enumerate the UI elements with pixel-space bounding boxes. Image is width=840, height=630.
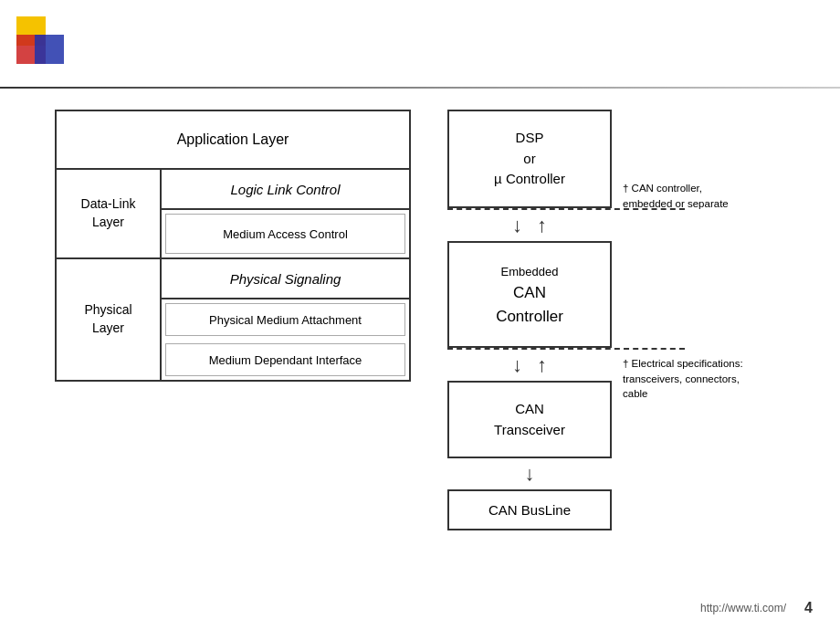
physical-signaling-label: Physical Signaling (230, 271, 341, 287)
arrow-to-busline: ↓ (447, 462, 612, 486)
physical-signaling-cell: Physical Signaling (162, 259, 409, 299)
app-layer-cell: Application Layer (57, 111, 409, 170)
medium-access-cell: Medium Access Control (165, 214, 405, 254)
can-transceiver-box: CANTransceiver (447, 381, 612, 458)
medium-dependant-label: Medium Dependant Interface (209, 353, 362, 367)
osi-table: Application Layer Data-LinkLayer Logic L… (55, 110, 411, 382)
can-controller-box: Embedded CANController (447, 241, 612, 349)
header-divider (0, 87, 840, 89)
can-controller-label: CANController (496, 284, 563, 325)
arrow-down-1: ↓ (512, 214, 522, 237)
arrow-up-1: ↑ (537, 214, 547, 237)
physical-medium-label: Physical Medium Attachment (209, 313, 362, 327)
medium-access-label: Medium Access Control (223, 227, 348, 241)
embedded-label: Embedded (501, 265, 559, 278)
arrows-2: ↓ ↑ (447, 353, 612, 377)
can-transceiver-label: CANTransceiver (494, 401, 565, 437)
dsp-box: DSPorµ Controller (447, 110, 612, 208)
physical-medium-cell: Physical Medium Attachment (165, 303, 405, 336)
note-2: † Electrical specifications: transceiver… (623, 356, 751, 402)
arrow-down-3: ↓ (525, 462, 535, 486)
note-1: † CAN controller, embedded or separate (623, 181, 751, 211)
note-2-text: † Electrical specifications: transceiver… (623, 358, 743, 399)
arrow-down-2: ↓ (512, 353, 522, 377)
note-1-text: † CAN controller, embedded or separate (623, 183, 729, 209)
data-link-row: Data-LinkLayer Logic Link Control Medium… (57, 170, 409, 259)
app-layer-label: Application Layer (177, 131, 289, 147)
arrows-1: ↓ ↑ (447, 214, 612, 237)
physical-cells: Physical Signaling Physical Medium Attac… (162, 259, 409, 380)
physical-label: PhysicalLayer (57, 259, 162, 380)
page-number: 4 (804, 600, 813, 616)
footer: http://www.ti.com/ 4 (700, 600, 813, 616)
physical-row: PhysicalLayer Physical Signaling Physica… (57, 259, 409, 380)
logic-link-label: Logic Link Control (230, 182, 340, 197)
logo-blue-square (35, 35, 64, 64)
data-link-cells: Logic Link Control Medium Access Control (162, 170, 409, 257)
logic-link-cell: Logic Link Control (162, 170, 409, 210)
arrow-up-2: ↑ (537, 353, 547, 377)
can-diagram: DSPorµ Controller ↓ ↑ Embedded CANContro… (447, 110, 758, 530)
dashed-line-2 (447, 348, 685, 350)
data-link-label: Data-LinkLayer (57, 170, 162, 257)
medium-dependant-cell: Medium Dependant Interface (165, 343, 405, 376)
footer-url: http://www.ti.com/ (700, 602, 786, 614)
can-busline-box: CAN BusLine (447, 489, 612, 530)
can-busline-label: CAN BusLine (488, 502, 571, 518)
